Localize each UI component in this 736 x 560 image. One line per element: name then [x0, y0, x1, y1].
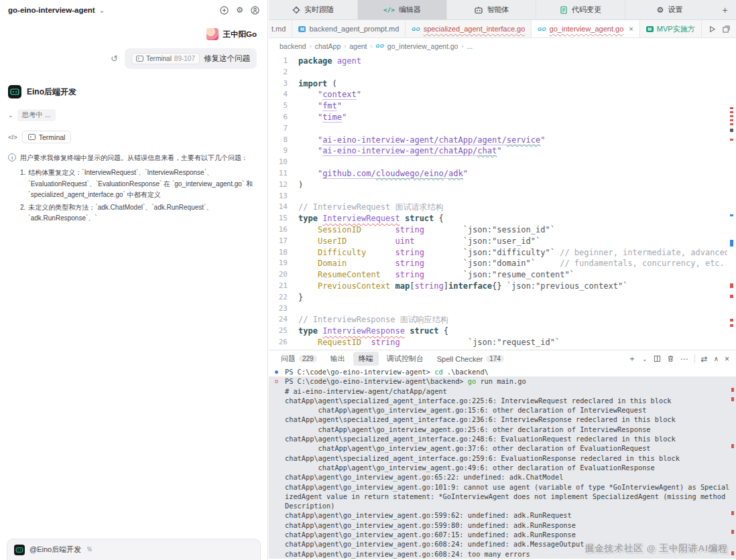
go-file-icon: GO	[412, 26, 420, 32]
editor-tab-mvp[interactable]: M MVP实施方	[640, 20, 702, 38]
editor-tab-specialized-agent-interface[interactable]: GO specialized_agent_interface.go	[406, 20, 532, 38]
tab-label: 智能体	[487, 5, 509, 15]
robot-icon	[474, 6, 483, 14]
profile-icon[interactable]	[251, 6, 259, 15]
tab-agent[interactable]: 智能体	[447, 0, 536, 19]
panel-tab-spell-checker[interactable]: Spell Checker 174	[432, 353, 509, 365]
terminal-output[interactable]: PS C:\code\go-eino-interview-agent> cd .…	[269, 367, 736, 560]
problems-count-badge: 229	[299, 355, 317, 362]
user-message-header: 王中阳Go	[0, 20, 267, 40]
terminal-chip-label: Terminal	[146, 55, 172, 62]
new-chat-icon[interactable]	[220, 6, 229, 15]
chevron-down-icon[interactable]: ⌄	[642, 356, 648, 362]
panel-tab-terminal[interactable]: 终端	[353, 352, 379, 366]
breadcrumb-item[interactable]: agent	[349, 42, 367, 50]
tab-label: Spell Checker	[437, 355, 483, 363]
panel-layout-icon[interactable]: ⇄	[701, 354, 708, 364]
chat-input[interactable]: @Eino后端开发 ％	[7, 539, 261, 560]
new-terminal-icon[interactable]: ＋	[628, 353, 636, 364]
terminal-line: PS C:\code\go-eino-interview-agent> cd .…	[269, 367, 736, 376]
code-line: 4 "context"	[269, 89, 736, 100]
code-line: 13	[269, 191, 736, 202]
editor-tab-partial[interactable]: t.md	[269, 20, 292, 38]
terminal-chip[interactable]: Terminal	[22, 131, 72, 143]
gear-icon[interactable]: ⚙	[236, 5, 243, 15]
terminal-line: chatApp\agent\specialized_agent_interfac…	[269, 396, 736, 405]
tab-label: 问题	[281, 354, 296, 364]
tab-editor[interactable]: </> 编辑器	[358, 0, 447, 19]
error-marker	[731, 444, 734, 448]
error-marker	[731, 551, 734, 555]
terminal-line: chatApp\agent\go_interview_agent.go:25:6…	[269, 425, 736, 434]
terminal-chip-label: Terminal	[39, 133, 66, 141]
close-icon[interactable]: ×	[629, 25, 633, 33]
chevron-down-icon[interactable]: ⌄	[99, 7, 105, 14]
panel-tab-debug-console[interactable]: 调试控制台	[381, 352, 429, 366]
terminal-line: chatApp\agent\go_interview_agent.go:608:…	[269, 539, 736, 549]
terminal-line: chatApp\agent\go_interview_agent.go:15:6…	[269, 405, 736, 415]
overview-ruler[interactable]	[727, 54, 736, 350]
terminal-line: chatApp\agent\specialized_agent_interfac…	[269, 453, 736, 463]
main-area: 实时跟随 </> 编辑器 智能体 代码变更 ⚙ 设置 + t.md M back…	[269, 0, 736, 560]
split-terminal-icon[interactable]	[654, 355, 661, 362]
breadcrumb: backend› chatApp› agent› GO go_interview…	[269, 38, 736, 54]
tab-code-changes[interactable]: 代码变更	[536, 0, 625, 19]
breadcrumb-item[interactable]: backend	[280, 42, 306, 50]
tab-label: 输出	[330, 354, 345, 364]
close-panel-icon[interactable]: ×	[725, 354, 729, 364]
terminal-reference-chip[interactable]: Terminal 89-107	[131, 53, 200, 64]
editor-tab-go-interview-agent[interactable]: GO go_interview_agent.go ×	[532, 20, 639, 38]
user-message-bubble[interactable]: Terminal 89-107 修复这个问题	[125, 48, 257, 69]
code-line: 10	[269, 157, 736, 168]
breadcrumb-item[interactable]: ...	[467, 42, 473, 50]
list-item-number: 2.	[20, 202, 25, 224]
terminal-line: chatApp\agent\go_interview_agent.go:608:…	[269, 549, 736, 559]
list-item: 1. 结构体重复定义：`InterviewRequest`、`Interview…	[20, 167, 258, 201]
editor-tab-backend-agent-prompt[interactable]: M backend_agent_prompt.md	[292, 20, 406, 38]
workspace-title[interactable]: go-eino-interview-agent	[8, 6, 95, 14]
tab-label: 调试控制台	[387, 354, 424, 364]
code-line: 21 PreviousContext map[string]interface{…	[269, 281, 736, 292]
code-line: 2	[269, 67, 736, 78]
command-success-dot	[275, 370, 278, 374]
run-icon[interactable]	[709, 25, 716, 33]
sidebar-header: go-eino-interview-agent ⌄ ⚙	[0, 0, 267, 20]
more-icon[interactable]: ⋯	[680, 354, 688, 364]
list-item: 2. 未定义的类型和方法：`adk.ChatModel`、`adk.RunReq…	[20, 202, 258, 224]
panel-tab-output[interactable]: 输出	[325, 352, 351, 366]
breadcrumb-item[interactable]: chatApp	[315, 42, 341, 50]
trash-icon[interactable]	[667, 355, 674, 362]
open-changes-icon[interactable]	[723, 25, 730, 33]
code-line: 1package agent	[269, 56, 736, 67]
analysis-intro: 用户要求我修复终端中显示的问题。从错误信息来看，主要有以下几个问题：	[20, 153, 248, 163]
eino-agent-icon	[8, 85, 21, 98]
terminal-line: chatApp\agent\go_interview_agent.go:37:6…	[269, 443, 736, 453]
markdown-icon: M	[646, 26, 654, 32]
tab-live-follow[interactable]: 实时跟随	[269, 0, 358, 19]
gear-icon: ⚙	[657, 5, 664, 15]
terminal-line: chatApp\agent\go_interview_agent.go:599:…	[269, 510, 736, 520]
add-tab-button[interactable]: +	[714, 0, 736, 19]
breadcrumb-item[interactable]: go_interview_agent.go	[387, 42, 458, 50]
avatar	[206, 28, 219, 40]
command-error-dot	[275, 380, 278, 383]
code-icon: </>	[383, 6, 395, 13]
maximize-panel-icon[interactable]: ∧	[714, 355, 719, 362]
panel-tab-problems[interactable]: 问题 229	[275, 352, 322, 366]
terminal-line: chatApp\agent\go_interview_agent.go:607:…	[269, 530, 736, 539]
agent-name: Eino后端开发	[27, 86, 76, 98]
tab-label: 终端	[359, 354, 373, 364]
thinking-toggle[interactable]: ⌄ 思考中 ...	[0, 98, 267, 121]
terminal-line: # ai-eino-interview-agent/chatApp/agent	[269, 387, 736, 396]
tab-label: 编辑器	[399, 5, 421, 15]
error-marker	[731, 388, 734, 392]
error-marker	[731, 397, 734, 401]
code-line: 26 RequestID string `json:"request_id"`	[269, 337, 736, 348]
spell-checker-count-badge: 174	[486, 355, 504, 362]
tab-settings[interactable]: ⚙ 设置	[625, 0, 714, 19]
regenerate-icon[interactable]: ↺	[111, 54, 118, 64]
terminal-line: chatApp\agent\go_interview_agent.go:49:6…	[269, 463, 736, 472]
code-editor[interactable]: 1package agent2 3import (4 "context"5 "f…	[269, 54, 736, 350]
code-line: 17 UserID uint `json:"user_id"`	[269, 236, 736, 247]
terminal-line: chatApp\agent\specialized_agent_interfac…	[269, 415, 736, 424]
